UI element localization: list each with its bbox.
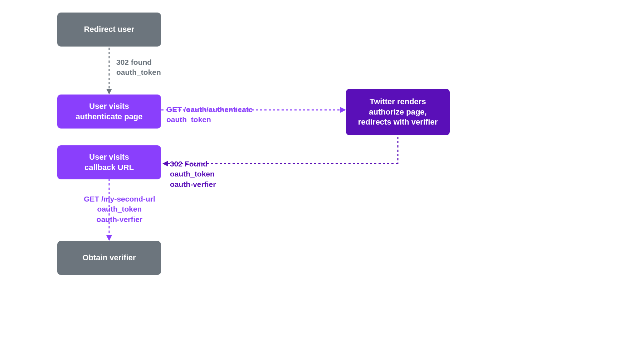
edge-label-3-line1: 302 Found [170,159,216,169]
edge-label-4-line3: oauth-verfier [78,214,161,224]
edge-label-3-line3: oauth-verfier [170,179,216,189]
edge-label-3-line2: oauth_token [170,169,216,179]
box-obtain-verifier: Obtain verifier [57,241,161,275]
svg-marker-1 [106,89,112,95]
box-user-visits-auth-line2: authenticate page [75,112,142,122]
box-twitter-renders-line2: authorize page, [358,107,438,117]
edge-label-1-line1: 302 found [116,57,161,67]
edge-label-2-line1: GET /oauth/authenticate [166,105,253,115]
edge-label-4-line2: oauth_token [78,204,161,214]
edge-label-get-authenticate: GET /oauth/authenticate oauth_token [166,105,253,125]
box-twitter-renders-line1: Twitter renders [358,97,438,107]
box-user-visits-callback: User visits callback URL [57,145,161,179]
edge-label-2-line2: oauth_token [166,115,253,125]
box-user-visits-callback-line1: User visits [84,152,134,163]
box-twitter-renders-line3: redirects with verifier [358,117,438,127]
box-twitter-renders: Twitter renders authorize page, redirect… [346,89,450,135]
svg-marker-6 [162,161,168,166]
edge-label-302-found-token: 302 found oauth_token [116,57,161,78]
edge-label-get-second-url: GET /my-second-url oauth_token oauth-ver… [78,194,161,224]
edge-label-1-line2: oauth_token [116,67,161,77]
box-obtain-verifier-text: Obtain verifier [82,253,136,263]
box-user-visits-callback-line2: callback URL [84,163,134,173]
box-user-visits-auth-line1: User visits [75,101,142,112]
edge-label-302-found-verifier: 302 Found oauth_token oauth-verfier [170,159,216,189]
svg-marker-3 [340,107,346,113]
svg-marker-8 [106,235,112,241]
box-user-visits-auth: User visits authenticate page [57,95,161,129]
box-redirect-user-text: Redirect user [84,24,135,35]
edge-label-4-line1: GET /my-second-url [78,194,161,204]
box-redirect-user: Redirect user [57,13,161,47]
oauth-flow-diagram: Redirect user 302 found oauth_token User… [57,7,558,329]
